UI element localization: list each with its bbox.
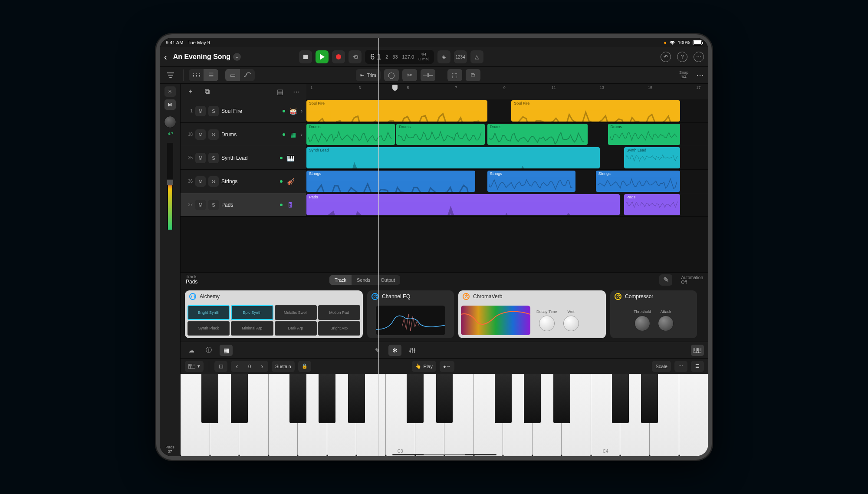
- chevron-down-icon[interactable]: ⌄: [233, 53, 241, 61]
- scale-button[interactable]: Scale: [652, 361, 671, 372]
- edit-button[interactable]: ✎: [659, 274, 672, 286]
- power-icon[interactable]: ⏻: [615, 293, 621, 300]
- power-icon[interactable]: ⏻: [189, 293, 196, 300]
- plugin-channel-eq[interactable]: ⏻Channel EQ: [367, 290, 454, 338]
- master-meter[interactable]: [167, 143, 173, 230]
- scissors-tool[interactable]: ✂: [402, 69, 417, 81]
- loop-tool[interactable]: ◯: [384, 69, 399, 81]
- grid-view-button[interactable]: ⫶⫶⫶: [189, 69, 204, 81]
- preset-cell[interactable]: Bright Arp: [318, 321, 360, 336]
- preset-cell[interactable]: Epic Synth: [231, 305, 273, 320]
- more-button[interactable]: ⋯: [696, 70, 705, 80]
- kb-more-button[interactable]: ⋯: [674, 361, 687, 372]
- region[interactable]: Soul Fire: [306, 100, 487, 122]
- sustain-button[interactable]: Sustain: [272, 361, 295, 372]
- settings-button[interactable]: ⋯: [694, 52, 704, 62]
- instrument-icon[interactable]: ▦: [288, 129, 298, 140]
- chevron-right-icon[interactable]: ›: [301, 108, 302, 114]
- play-mode-button[interactable]: 👆 Play: [412, 361, 436, 372]
- black-key[interactable]: [612, 374, 629, 423]
- smart-controls-button[interactable]: ✻: [388, 345, 401, 356]
- region[interactable]: Strings: [306, 171, 475, 192]
- track-row[interactable]: 1MSSoul Fire🥁›Soul FireSoul Fire: [181, 99, 708, 123]
- black-key[interactable]: [407, 374, 424, 423]
- plugin-chromaverb[interactable]: ⏻ChromaVerb Decay Time Wet: [458, 290, 606, 338]
- region[interactable]: Drums: [608, 124, 681, 145]
- playhead[interactable]: [392, 85, 398, 91]
- record-button[interactable]: [332, 50, 345, 63]
- attack-knob[interactable]: [658, 316, 674, 331]
- keyboard-toggle[interactable]: [691, 345, 704, 356]
- automation-value[interactable]: Off: [681, 280, 703, 285]
- filter-icon[interactable]: [163, 69, 178, 81]
- cycle-button[interactable]: ⟲: [349, 50, 362, 63]
- instrument-icon[interactable]: 🥁: [288, 106, 298, 116]
- chevron-right-icon[interactable]: ›: [301, 132, 302, 138]
- copy-tool[interactable]: ⧉: [466, 69, 480, 81]
- black-key[interactable]: [553, 374, 570, 423]
- plugin-alchemy[interactable]: ⏻Alchemy Bright SynthEpic SynthMetallic …: [185, 290, 363, 338]
- track-row[interactable]: 37MSPads🎛PadsPads: [181, 193, 708, 217]
- power-icon[interactable]: ⏻: [372, 293, 378, 300]
- duplicate-track-button[interactable]: ⧉: [201, 86, 213, 97]
- region[interactable]: Strings: [487, 171, 576, 192]
- arpeggiator-button[interactable]: ●→: [440, 361, 454, 372]
- track-mute[interactable]: M: [195, 176, 206, 187]
- track-mute[interactable]: M: [195, 129, 206, 140]
- stop-button[interactable]: [299, 50, 312, 63]
- track-more-button[interactable]: ⋯: [291, 86, 302, 97]
- track-mute[interactable]: M: [195, 200, 206, 210]
- black-key[interactable]: [524, 374, 541, 423]
- black-key[interactable]: [348, 374, 365, 423]
- lock-button[interactable]: 🔒: [298, 361, 311, 372]
- plugin-compressor[interactable]: ⏻Compressor Threshold Attack: [610, 290, 697, 338]
- track-solo[interactable]: S: [208, 200, 219, 210]
- plugins-view-button[interactable]: ▦: [220, 345, 233, 356]
- track-mute[interactable]: M: [195, 106, 206, 116]
- project-title[interactable]: An Evening Song ⌄: [173, 53, 241, 61]
- piano-keyboard[interactable]: C3C4: [181, 374, 708, 456]
- decay-knob[interactable]: [539, 316, 555, 331]
- countin-button[interactable]: 1234: [454, 50, 467, 63]
- metronome-button[interactable]: ◈: [437, 50, 450, 63]
- automation-view-button[interactable]: [240, 69, 255, 81]
- region[interactable]: Pads: [624, 194, 681, 215]
- tuner-button[interactable]: △: [470, 50, 483, 63]
- track-row[interactable]: 36MSStrings🎻StringsStringsStrings: [181, 170, 708, 193]
- master-pan-knob[interactable]: [164, 116, 176, 128]
- tab-output[interactable]: Output: [375, 275, 400, 285]
- instrument-icon[interactable]: 🎻: [285, 176, 296, 187]
- play-button[interactable]: [316, 50, 329, 63]
- snap-setting[interactable]: Snap 1/4: [679, 71, 688, 79]
- preset-cell[interactable]: Dark Arp: [275, 321, 317, 336]
- fader-handle[interactable]: [167, 179, 173, 185]
- eq-graph[interactable]: [376, 306, 445, 335]
- region[interactable]: Drums: [396, 124, 485, 145]
- select-tool[interactable]: ⬚: [447, 69, 462, 81]
- black-key[interactable]: [436, 374, 453, 423]
- undo-button[interactable]: ↶: [661, 52, 671, 62]
- preset-cell[interactable]: Bright Synth: [187, 305, 230, 320]
- info-button[interactable]: ⓘ: [202, 345, 215, 356]
- list-view-button[interactable]: ☰: [204, 69, 218, 81]
- lcd-display[interactable]: 6 1 2 33 127.0 4/4C maj: [365, 50, 434, 64]
- track-row[interactable]: 18MSDrums▦›DrumsDrumsDrumsDrums: [181, 123, 708, 146]
- wet-knob[interactable]: [563, 316, 579, 331]
- black-key[interactable]: [201, 374, 218, 423]
- keyboard-type-button[interactable]: ▾: [185, 361, 204, 372]
- preset-cell[interactable]: Synth Pluck: [187, 321, 230, 336]
- region[interactable]: Drums: [306, 124, 395, 145]
- octave-up[interactable]: ›: [256, 361, 268, 372]
- add-track-button[interactable]: +: [185, 86, 196, 97]
- kb-menu-button[interactable]: ☰: [691, 361, 704, 372]
- region[interactable]: Soul Fire: [511, 100, 680, 122]
- threshold-knob[interactable]: [635, 316, 650, 331]
- region[interactable]: Drums: [487, 124, 588, 145]
- tab-track[interactable]: Track: [329, 275, 352, 285]
- instrument-icon[interactable]: 🎛: [285, 200, 296, 210]
- sound-browser-button[interactable]: ☁: [185, 345, 198, 356]
- black-key[interactable]: [289, 374, 306, 423]
- octave-down[interactable]: ‹: [231, 361, 243, 372]
- region[interactable]: Pads: [306, 194, 620, 215]
- track-mute[interactable]: M: [195, 153, 206, 163]
